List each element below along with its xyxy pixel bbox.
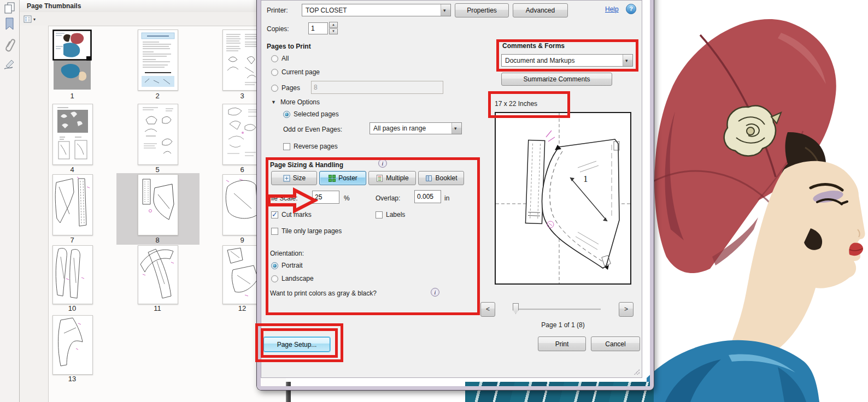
thumbnail-page-2[interactable] xyxy=(138,29,177,91)
radio-all-label: All xyxy=(281,55,289,62)
poster-icon xyxy=(328,174,336,182)
labels-checkbox[interactable] xyxy=(376,211,383,218)
help-link[interactable]: Help xyxy=(605,5,619,13)
thumbnail-label: 8 xyxy=(138,236,177,244)
radio-current-page[interactable] xyxy=(271,69,278,76)
more-options-collapse-icon[interactable]: ▼ xyxy=(271,99,276,105)
thumbnail-page-10[interactable] xyxy=(52,245,92,304)
thumbnail-label: 13 xyxy=(52,375,92,383)
thumbnail-label: 4 xyxy=(52,165,92,174)
page-thumbnails-panel: Page Thumbnails ▾ xyxy=(20,0,286,402)
panel-toolbar: ▾ xyxy=(20,12,286,26)
copies-spin-down[interactable]: ▼ xyxy=(329,28,338,34)
odd-even-select[interactable]: All pages in range xyxy=(370,122,462,134)
tile-scale-input[interactable] xyxy=(312,191,339,204)
cut-marks-checkbox[interactable] xyxy=(271,211,278,218)
thumbnail-label: 6 xyxy=(222,165,262,174)
thumbnail-page-9[interactable] xyxy=(222,174,262,235)
reverse-pages-checkbox[interactable] xyxy=(283,143,290,150)
comments-forms-title: Comments & Forms xyxy=(502,42,565,50)
thumbnail-page-5[interactable] xyxy=(138,104,177,165)
radio-selected-pages[interactable] xyxy=(283,111,290,118)
size-button[interactable]: Size xyxy=(271,171,317,185)
printer-value: TOP CLOSET xyxy=(306,7,347,14)
print-button[interactable]: Print xyxy=(538,336,586,351)
document-page-illustration xyxy=(647,0,868,402)
poster-button[interactable]: Poster xyxy=(319,171,366,185)
thumbnail-label: 1 xyxy=(52,92,92,100)
page-thumbnails-icon[interactable] xyxy=(3,1,16,15)
odd-even-value: All pages in range xyxy=(373,125,426,132)
thumbnail-page-1[interactable] xyxy=(52,29,92,91)
comments-forms-value: Document and Markups xyxy=(505,57,574,64)
more-options-toggle[interactable]: More Options xyxy=(280,98,320,106)
thumbnail-page-11[interactable] xyxy=(138,245,177,304)
thumbnail-label: 3 xyxy=(222,92,262,100)
cancel-button[interactable]: Cancel xyxy=(591,336,640,351)
chevron-down-icon[interactable] xyxy=(623,55,632,66)
thumbnail-page-4[interactable] xyxy=(52,104,92,165)
preview-zoom-slider-thumb[interactable] xyxy=(513,303,519,314)
page-setup-button[interactable]: Page Setup... xyxy=(263,337,330,352)
printer-label: Printer: xyxy=(267,7,288,14)
tile-scale-unit: % xyxy=(344,194,350,202)
thumbnail-page-6[interactable] xyxy=(222,104,262,165)
advanced-button[interactable]: Advanced xyxy=(513,3,568,17)
signatures-icon[interactable] xyxy=(3,57,16,71)
multiple-button[interactable]: Multiple xyxy=(368,171,416,185)
tile-only-large-label: Tile only large pages xyxy=(281,227,342,235)
preview-page-info: Page 1 of 1 (8) xyxy=(495,321,631,329)
radio-pages-label: Pages xyxy=(281,84,300,92)
thumbnail-label: 11 xyxy=(138,304,177,312)
tile-only-large-checkbox[interactable] xyxy=(271,228,278,235)
tile-scale-label: Tile Scale: xyxy=(267,194,298,202)
radio-pages[interactable] xyxy=(271,85,278,92)
properties-button[interactable]: Properties xyxy=(455,3,509,17)
booklet-button[interactable]: Booklet xyxy=(418,171,464,185)
info-icon[interactable] xyxy=(378,159,387,168)
cut-marks-label: Cut marks xyxy=(281,211,312,218)
thumbnail-page-3[interactable] xyxy=(222,29,262,91)
thumbnail-label: 5 xyxy=(138,165,177,174)
print-preview: 1 xyxy=(495,112,631,285)
overlap-input[interactable] xyxy=(414,190,441,203)
chevron-down-icon[interactable] xyxy=(451,123,461,134)
thumbnail-page-12[interactable] xyxy=(222,245,262,304)
info-icon[interactable] xyxy=(431,288,439,297)
resize-grip[interactable] xyxy=(634,369,640,375)
copies-label: Copies: xyxy=(267,25,289,33)
thumbnail-label: 9 xyxy=(222,236,262,244)
thumbnail-page-13[interactable] xyxy=(52,315,92,375)
radio-selected-pages-label: Selected pages xyxy=(294,110,339,118)
bookmarks-icon[interactable] xyxy=(3,17,16,31)
printer-select[interactable]: TOP CLOSET xyxy=(302,4,451,16)
labels-label: Labels xyxy=(386,211,405,218)
copies-spin-up[interactable]: ▲ xyxy=(329,22,338,28)
help-question-icon[interactable]: ? xyxy=(626,4,636,14)
orientation-label: Orientation: xyxy=(270,250,304,257)
radio-landscape-label: Landscape xyxy=(281,275,314,282)
radio-all[interactable] xyxy=(271,55,278,62)
thumbnail-page-8[interactable] xyxy=(138,174,177,235)
thumbnail-page-7[interactable] xyxy=(52,174,92,235)
preview-prev-button[interactable]: < xyxy=(480,302,495,317)
pages-range-input[interactable] xyxy=(311,81,443,94)
booklet-icon xyxy=(425,174,433,182)
preview-pattern-drawing: 1 xyxy=(496,113,630,283)
summarize-comments-button[interactable]: Summarize Comments xyxy=(501,73,612,86)
comments-forms-select[interactable]: Document and Markups xyxy=(501,54,633,67)
preview-next-button[interactable]: > xyxy=(619,302,634,317)
radio-portrait[interactable] xyxy=(271,262,278,269)
overlap-label: Overlap: xyxy=(376,194,400,202)
chevron-down-icon[interactable] xyxy=(441,4,450,16)
multiple-icon xyxy=(376,174,384,182)
radio-portrait-label: Portrait xyxy=(281,262,303,269)
preview-zoom-slider-track[interactable] xyxy=(513,309,601,310)
radio-landscape[interactable] xyxy=(271,275,278,282)
thumbnail-options-button[interactable]: ▾ xyxy=(24,14,41,24)
copies-input[interactable] xyxy=(308,22,328,34)
gray-black-question: Want to print colors as gray & black? xyxy=(270,289,377,297)
thumbnail-label: 2 xyxy=(138,92,177,100)
attachments-icon[interactable] xyxy=(3,38,16,51)
page-sizing-title: Page Sizing & Handling xyxy=(270,161,343,169)
